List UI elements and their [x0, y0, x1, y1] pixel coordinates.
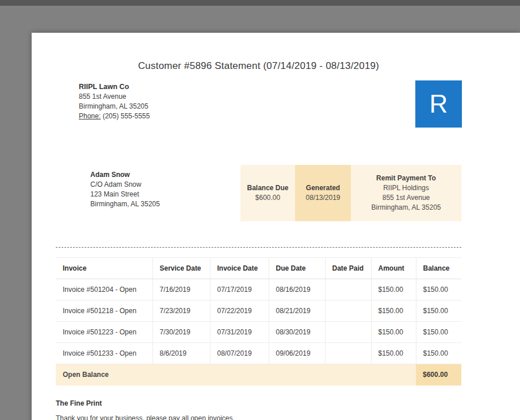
invoice-cell: Invoice #501204 - Open	[56, 279, 152, 300]
column-header-invoice: Invoice	[56, 258, 152, 279]
invoice-date-cell: 07/31/2019	[210, 322, 269, 343]
statement-summary: Balance Due $600.00 Generated 08/13/2019…	[240, 165, 461, 221]
remit-name: RIIPL Holdings	[383, 183, 429, 193]
date-paid-cell	[325, 300, 371, 322]
due-date-cell: 08/16/2019	[269, 279, 325, 300]
customer-address-line2: Birmingham, AL 35205	[90, 199, 160, 209]
screen: { "page": { "title": "Customer #5896 Sta…	[0, 0, 520, 420]
company-address-line2: Birmingham, AL 35205	[79, 102, 150, 111]
amount-cell: $150.00	[371, 300, 416, 322]
invoice-table: Invoice Service Date Invoice Date Due Da…	[56, 257, 461, 386]
invoice-date-cell: 07/22/2019	[210, 300, 269, 322]
invoice-date-cell: 08/07/2019	[210, 343, 269, 364]
logo-letter: R	[430, 90, 448, 118]
open-balance-row: Open Balance $600.00	[56, 364, 461, 386]
customer-care-of: C/O Adam Snow	[90, 180, 160, 190]
column-header-due-date: Due Date	[269, 258, 325, 279]
remit-address-line1: 855 1st Avenue	[383, 193, 430, 203]
customer-info-block: Adam Snow C/O Adam Snow 123 Main Street …	[90, 170, 160, 209]
table-row: Invoice #501218 - Open 7/23/2019 07/22/2…	[56, 300, 461, 322]
statement-document: Customer #5896 Statement (07/14/2019 - 0…	[32, 33, 520, 420]
due-date-cell: 08/30/2019	[269, 322, 325, 343]
company-info-block: RIIPL Lawn Co 855 1st Avenue Birmingham,…	[79, 82, 150, 121]
customer-address-line1: 123 Main Street	[90, 190, 160, 199]
service-date-cell: 7/23/2019	[152, 300, 210, 322]
table-header-row: Invoice Service Date Invoice Date Due Da…	[56, 258, 461, 279]
balance-due-cell: Balance Due $600.00	[240, 165, 295, 221]
amount-cell: $150.00	[371, 279, 416, 300]
service-date-cell: 8/6/2019	[152, 343, 210, 364]
page-title: Customer #5896 Statement (07/14/2019 - 0…	[56, 60, 461, 72]
date-paid-cell	[325, 343, 371, 364]
company-address-line1: 855 1st Avenue	[79, 92, 150, 102]
table-row: Invoice #501223 - Open 7/30/2019 07/31/2…	[56, 322, 461, 343]
company-name: RIIPL Lawn Co	[79, 82, 150, 92]
company-logo: R	[415, 80, 462, 128]
balance-cell: $150.00	[416, 279, 461, 300]
balance-due-value: $600.00	[255, 193, 280, 203]
customer-name: Adam Snow	[90, 170, 160, 180]
window-top-edge	[0, 0, 520, 6]
service-date-cell: 7/16/2019	[152, 279, 210, 300]
phone-label: Phone:	[79, 112, 101, 120]
balance-cell: $150.00	[416, 343, 461, 364]
open-balance-total: $600.00	[416, 364, 461, 386]
generated-cell: Generated 08/13/2019	[295, 165, 351, 221]
amount-cell: $150.00	[371, 343, 416, 364]
table-row: Invoice #501233 - Open 8/6/2019 08/07/20…	[56, 343, 461, 364]
column-header-invoice-date: Invoice Date	[210, 258, 269, 279]
company-phone: Phone: (205) 555-5555	[79, 111, 150, 121]
column-header-balance: Balance	[416, 258, 461, 279]
due-date-cell: 08/21/2019	[269, 300, 325, 322]
date-paid-cell	[325, 322, 371, 343]
column-header-service-date: Service Date	[152, 258, 210, 279]
generated-label: Generated	[306, 183, 340, 193]
amount-cell: $150.00	[371, 322, 416, 343]
invoice-cell: Invoice #501233 - Open	[56, 343, 152, 364]
remit-label: Remit Payment To	[376, 174, 436, 183]
dashed-divider	[56, 247, 461, 248]
due-date-cell: 09/06/2019	[269, 343, 325, 364]
invoice-cell: Invoice #501218 - Open	[56, 300, 152, 322]
table-row: Invoice #501204 - Open 7/16/2019 07/17/2…	[56, 279, 461, 300]
remit-address-line2: Birmingham, AL 35205	[372, 203, 441, 213]
balance-cell: $150.00	[416, 300, 461, 322]
date-paid-cell	[325, 279, 371, 300]
column-header-date-paid: Date Paid	[325, 258, 371, 279]
fine-print-heading: The Fine Print	[56, 399, 102, 407]
generated-value: 08/13/2019	[305, 193, 340, 203]
balance-due-label: Balance Due	[247, 183, 288, 193]
remit-payment-cell: Remit Payment To RIIPL Holdings 855 1st …	[351, 165, 461, 221]
balance-cell: $150.00	[416, 322, 461, 343]
open-balance-label: Open Balance	[56, 364, 416, 386]
invoice-date-cell: 07/17/2019	[210, 279, 269, 300]
column-header-amount: Amount	[371, 258, 416, 279]
service-date-cell: 7/30/2019	[152, 322, 210, 343]
phone-number: (205) 555-5555	[102, 112, 150, 120]
fine-print-text: Thank you for your business, please pay …	[56, 414, 235, 420]
invoice-cell: Invoice #501223 - Open	[56, 322, 152, 343]
